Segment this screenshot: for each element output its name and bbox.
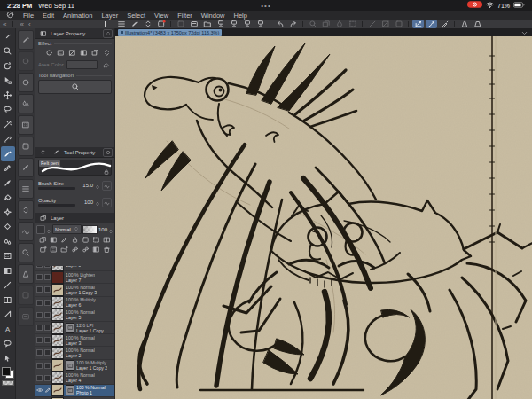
layer-checkbox[interactable] [43, 363, 51, 369]
layer-thumbnail[interactable] [51, 271, 64, 284]
pen-mini-tool[interactable] [1, 29, 15, 44]
layer-row-layer-7[interactable]: 100 % LightenLayer 7 [35, 271, 114, 284]
clip-studio-logo-icon[interactable] [6, 11, 14, 20]
selection-tool[interactable] [1, 103, 15, 118]
layer-color-icon[interactable] [79, 48, 89, 57]
effect-expander-icon[interactable] [102, 48, 112, 57]
placeholder-icon[interactable] [175, 20, 186, 28]
open-file-icon[interactable] [201, 20, 213, 28]
gradient-tool[interactable] [1, 263, 15, 278]
visibility-eye-icon[interactable] [35, 387, 43, 394]
layer-row-layer-4[interactable]: 100 % NormalLayer 4 [35, 372, 114, 385]
subtool-round-disabled[interactable] [18, 51, 34, 71]
subtool-stamp[interactable] [18, 158, 34, 177]
airbrush-tool[interactable] [1, 191, 15, 206]
layer-thumbnail[interactable] [51, 372, 64, 384]
subtool-settings[interactable] [18, 222, 34, 241]
set-as-selection-icon[interactable] [91, 236, 101, 245]
lock-transparent-pixel-icon[interactable] [49, 236, 59, 245]
layer-checkbox[interactable] [43, 274, 51, 280]
eyedropper-tool[interactable] [1, 132, 15, 147]
invert-selection-icon[interactable] [379, 20, 391, 28]
subtool-blank-2[interactable] [18, 307, 34, 326]
menu-item-window[interactable]: Window [201, 12, 225, 20]
subtool-tone[interactable] [18, 115, 34, 135]
layer-row-layer-1-copy-3[interactable]: 100 % NormalLayer 1 Copy 3 [35, 284, 114, 296]
decoration-tool[interactable] [1, 205, 15, 220]
layer-extra-thumbnail[interactable] [66, 323, 74, 333]
operation-tool[interactable] [1, 74, 15, 89]
select-area-icon[interactable] [347, 20, 358, 28]
save-as-icon[interactable] [228, 20, 239, 28]
transparent-color-swatch[interactable] [2, 380, 14, 386]
opacity-value[interactable]: 100 [82, 200, 93, 205]
layer-row-layer-1-copy-2[interactable]: 100 % MultiplyLayer 1 Copy 2 [35, 360, 114, 372]
modify-tool-icon[interactable] [129, 20, 140, 28]
tool-navigation-button[interactable] [38, 80, 112, 94]
brush-detail-icon[interactable] [51, 148, 62, 157]
reorder-icon[interactable] [142, 20, 153, 28]
blend-tool[interactable] [1, 234, 15, 249]
line-tool[interactable] [1, 278, 15, 293]
layer-thumbnail[interactable] [51, 284, 64, 296]
menu-item-select[interactable]: Select [127, 12, 145, 20]
layer-checkbox[interactable] [43, 266, 51, 268]
brush-stroke-preview[interactable]: Felt pen [38, 160, 112, 176]
layer-thumbnail[interactable] [51, 334, 64, 347]
canvas[interactable] [115, 36, 532, 399]
pencil-tool[interactable] [1, 161, 15, 176]
new-folder-icon[interactable] [59, 246, 69, 254]
layer-checkbox[interactable] [43, 375, 51, 381]
layer-thumbnail[interactable] [51, 347, 64, 359]
subtool-zoom[interactable] [18, 243, 34, 262]
menu-item-animation[interactable]: Animation [63, 12, 92, 20]
operate-ruler-icon[interactable] [472, 20, 483, 28]
rotate-canvas-tool[interactable] [1, 59, 15, 74]
opacity-dynamics-button[interactable] [102, 198, 112, 207]
area-color-bucket-icon[interactable] [100, 60, 112, 69]
new-paper-icon[interactable] [91, 246, 101, 254]
redo-icon[interactable] [287, 20, 299, 28]
auto-select-tool[interactable] [1, 117, 15, 132]
lock-layer-icon[interactable] [70, 236, 80, 245]
collapse-panels-icon[interactable]: « [3, 20, 6, 28]
layer-thumbnail[interactable] [51, 296, 64, 309]
transfer-down-icon[interactable] [70, 246, 80, 254]
layer-checkbox[interactable] [43, 325, 51, 331]
text-tool[interactable]: A [1, 322, 15, 337]
multitask-indicator[interactable]: ••• [0, 2, 532, 10]
correct-line-tool[interactable] [1, 351, 15, 366]
copy-icon[interactable] [320, 20, 332, 28]
clip-at-layer-below-icon[interactable] [38, 236, 48, 245]
subtool-square[interactable] [18, 137, 34, 156]
panel-edge-handle[interactable] [105, 21, 106, 27]
brush-size-value[interactable]: 15.0 [82, 183, 93, 188]
pen-tool[interactable] [1, 146, 15, 161]
brush-tool[interactable] [1, 176, 15, 191]
layer-thumbnail[interactable] [51, 384, 64, 396]
tool-property-header[interactable]: Tool Property [35, 147, 114, 158]
visibility-checkbox[interactable] [35, 325, 43, 331]
layer-thumbnail[interactable] [51, 309, 64, 321]
main-color-swatch[interactable] [2, 367, 11, 376]
visibility-checkbox[interactable] [35, 300, 43, 306]
document-tab[interactable]: Illustration4* (3483 x 1750px 72dpi 116.… [118, 29, 222, 36]
ruler-tool[interactable] [1, 308, 15, 323]
palette-color-box[interactable] [36, 225, 45, 234]
lock-icon[interactable] [103, 163, 110, 179]
delete-layer-icon[interactable] [102, 246, 112, 254]
balloon-tool[interactable] [1, 337, 15, 352]
opacity-slider[interactable] [38, 204, 75, 207]
layer-row-layer-2[interactable]: 100 % NormalLayer 2 [35, 347, 114, 359]
visibility-checkbox[interactable] [35, 286, 43, 293]
main-menu-icon[interactable] [115, 20, 127, 28]
visibility-checkbox[interactable] [35, 349, 43, 356]
blend-mode-select[interactable]: Normal [52, 224, 82, 234]
subtool-lines[interactable] [18, 179, 34, 199]
layer-checkbox[interactable] [43, 349, 51, 356]
menu-item-help[interactable]: Help [234, 12, 247, 20]
reference-layer-icon[interactable] [102, 236, 112, 245]
opacity-stepper-icon[interactable] [95, 194, 100, 210]
menu-item-edit[interactable]: Edit [43, 12, 54, 20]
snap-to-grid-icon[interactable] [439, 20, 450, 28]
